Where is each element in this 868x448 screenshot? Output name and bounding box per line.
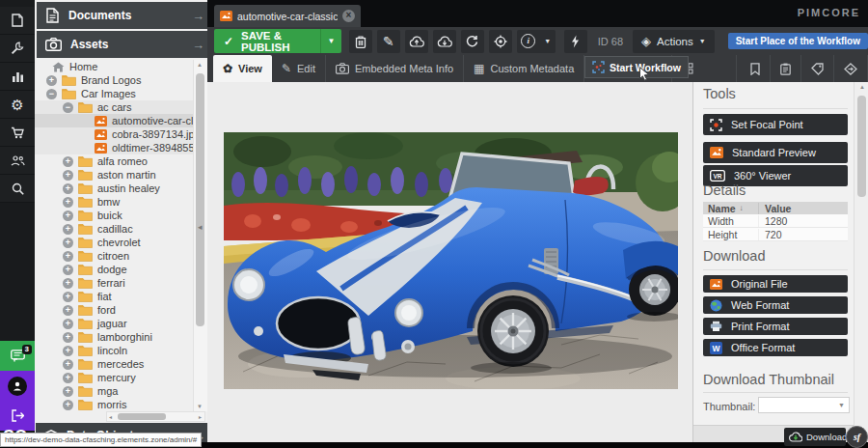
tree-item-fiat[interactable]: +fiat bbox=[35, 290, 193, 303]
tree-item-oldtimer-3894855-jpg[interactable]: oldtimer-3894855.jpg bbox=[35, 141, 193, 154]
tab-custom-metadata[interactable]: ▦ Custom Metadata bbox=[464, 55, 584, 82]
plus-icon[interactable]: + bbox=[63, 359, 73, 370]
set-focal-point-button[interactable]: Set Focal Point bbox=[703, 114, 848, 135]
tree-item-brand-logos[interactable]: +Brand Logos bbox=[35, 73, 193, 87]
plus-icon[interactable]: + bbox=[63, 386, 73, 397]
plus-icon[interactable]: + bbox=[63, 346, 73, 356]
plus-icon[interactable]: + bbox=[46, 75, 57, 86]
download-original-button[interactable]: Original File bbox=[703, 275, 848, 293]
current-user-button[interactable] bbox=[0, 371, 35, 401]
open-asset-tab[interactable]: automotive-car-classic-149813.jpg × bbox=[214, 5, 361, 27]
scroll-up-icon[interactable]: ▲ bbox=[197, 62, 203, 68]
panel-scrollbar-thumb[interactable] bbox=[857, 96, 866, 197]
tree-hscrollbar-thumb[interactable] bbox=[118, 413, 166, 420]
plus-icon[interactable]: + bbox=[63, 170, 73, 181]
locate-in-tree-button[interactable] bbox=[489, 30, 512, 53]
minus-icon[interactable]: − bbox=[63, 102, 73, 113]
reload-button[interactable] bbox=[461, 30, 484, 53]
documents-panel-header[interactable]: Documents → bbox=[37, 2, 212, 29]
tree-horizontal-scrollbar[interactable]: ◂ ▸ bbox=[106, 411, 205, 422]
download-web-format-button[interactable]: Web Format bbox=[703, 296, 848, 314]
ecommerce-rail-button[interactable] bbox=[0, 119, 35, 147]
standard-preview-button[interactable]: Standard Preview bbox=[703, 142, 848, 163]
plus-icon[interactable]: + bbox=[63, 332, 73, 343]
thumbnail-select[interactable]: ▼ bbox=[758, 397, 850, 413]
tree-vertical-scrollbar[interactable]: ▲ ▼ bbox=[193, 60, 207, 411]
tab-workflow[interactable] bbox=[834, 55, 868, 82]
plus-icon[interactable]: + bbox=[63, 238, 73, 248]
plus-icon[interactable]: + bbox=[63, 210, 73, 221]
delete-button[interactable] bbox=[349, 30, 372, 53]
tree-item-mercedes[interactable]: +mercedes bbox=[35, 357, 193, 371]
plus-icon[interactable]: + bbox=[63, 278, 73, 289]
search-rail-button[interactable] bbox=[0, 175, 35, 203]
documents-rail-button[interactable] bbox=[0, 7, 35, 35]
tab-embedded-meta-info[interactable]: Embedded Meta Info bbox=[326, 55, 464, 82]
tree-item-morris[interactable]: +morris bbox=[35, 398, 193, 411]
tree-item-cobra-3897134-jpg[interactable]: cobra-3897134.jpg bbox=[35, 127, 193, 141]
plus-icon[interactable]: + bbox=[63, 373, 73, 383]
tab-tags[interactable] bbox=[801, 55, 834, 82]
minus-icon[interactable]: − bbox=[46, 89, 57, 99]
tree-item-home[interactable]: Home bbox=[35, 60, 193, 73]
tab-edit[interactable]: ✎ Edit bbox=[272, 55, 326, 82]
tree-scrollbar-thumb[interactable] bbox=[196, 73, 204, 326]
plus-icon[interactable]: + bbox=[63, 224, 73, 235]
scroll-right-icon[interactable]: ▸ bbox=[199, 413, 202, 420]
tree-item-aston-martin[interactable]: +aston martin bbox=[35, 168, 193, 182]
tree-item-mercury[interactable]: +mercury bbox=[35, 371, 193, 384]
rename-button[interactable]: ✎ bbox=[377, 30, 400, 53]
tree-item-ac-cars[interactable]: −ac cars bbox=[35, 100, 193, 114]
download-button[interactable]: Download bbox=[784, 428, 846, 446]
details-col-value[interactable]: Value bbox=[758, 203, 848, 214]
notifications-button[interactable]: 3 bbox=[0, 341, 35, 371]
tools-rail-button[interactable] bbox=[0, 35, 35, 63]
info-button[interactable]: i bbox=[517, 30, 540, 53]
plus-icon[interactable]: + bbox=[63, 305, 73, 316]
info-options-caret[interactable]: ▼ bbox=[540, 30, 556, 53]
download-print-format-button[interactable]: Print Format bbox=[703, 318, 848, 335]
plus-icon[interactable]: + bbox=[63, 183, 73, 194]
plus-icon[interactable]: + bbox=[63, 156, 73, 167]
users-rail-button[interactable] bbox=[0, 147, 35, 175]
clear-thumbnails-button[interactable] bbox=[564, 30, 587, 53]
tree-item-citroen[interactable]: +citroen bbox=[35, 249, 193, 263]
upload-new-version-button[interactable] bbox=[405, 30, 428, 53]
save-options-caret[interactable]: ▼ bbox=[320, 29, 341, 53]
tab-schedule-clipboard[interactable] bbox=[771, 55, 801, 82]
tree-item-lincoln[interactable]: +lincoln bbox=[35, 344, 193, 357]
tree-item-alfa-romeo[interactable]: +alfa romeo bbox=[35, 154, 193, 168]
scroll-up-icon[interactable]: ▲ bbox=[859, 84, 865, 90]
plus-icon[interactable]: + bbox=[63, 197, 73, 208]
tree-item-automotive-car-classic-14[interactable]: automotive-car-classic-14 bbox=[35, 114, 193, 127]
plus-icon[interactable]: + bbox=[63, 319, 73, 329]
scroll-left-icon[interactable]: ◂ bbox=[109, 413, 112, 420]
plus-icon[interactable]: + bbox=[63, 400, 73, 410]
tree-item-buick[interactable]: +buick bbox=[35, 209, 193, 222]
plus-icon[interactable]: + bbox=[63, 265, 73, 275]
symfony-profiler-badge[interactable]: sf bbox=[846, 426, 868, 448]
tree-item-mga[interactable]: +mga bbox=[35, 384, 193, 398]
download-office-format-button[interactable]: W Office Format bbox=[703, 339, 848, 356]
scroll-down-icon[interactable]: ▼ bbox=[197, 404, 203, 409]
save-publish-button[interactable]: ✓ SAVE & PUBLISH ▼ bbox=[214, 29, 341, 53]
tree-item-ford[interactable]: +ford bbox=[35, 303, 193, 317]
tree-item-bmw[interactable]: +bmw bbox=[35, 195, 193, 209]
download-asset-button[interactable] bbox=[433, 30, 456, 53]
settings-rail-button[interactable]: ⚙ bbox=[0, 91, 35, 119]
details-col-name[interactable]: Name↓ bbox=[703, 203, 758, 214]
close-tab-icon[interactable]: × bbox=[342, 10, 355, 22]
tree-item-ferrari[interactable]: +ferrari bbox=[35, 276, 193, 290]
tab-notes-events[interactable] bbox=[741, 55, 771, 82]
tree-item-chevrolet[interactable]: +chevrolet bbox=[35, 236, 193, 249]
start-workflow-tooltip[interactable]: Start Workflow bbox=[584, 56, 689, 78]
plus-icon[interactable]: + bbox=[63, 292, 73, 302]
tree-item-cadillac[interactable]: +cadillac bbox=[35, 222, 193, 236]
tree-item-austin-healey[interactable]: +austin healey bbox=[35, 182, 193, 195]
actions-button[interactable]: ◈ Actions ▼ bbox=[633, 30, 715, 53]
panel-scrollbar[interactable]: ▲ bbox=[854, 82, 868, 448]
logout-button[interactable] bbox=[0, 401, 35, 431]
tree-item-dodge[interactable]: +dodge bbox=[35, 263, 193, 276]
tree-item-jaguar[interactable]: +jaguar bbox=[35, 317, 193, 330]
reports-rail-button[interactable] bbox=[0, 63, 35, 91]
